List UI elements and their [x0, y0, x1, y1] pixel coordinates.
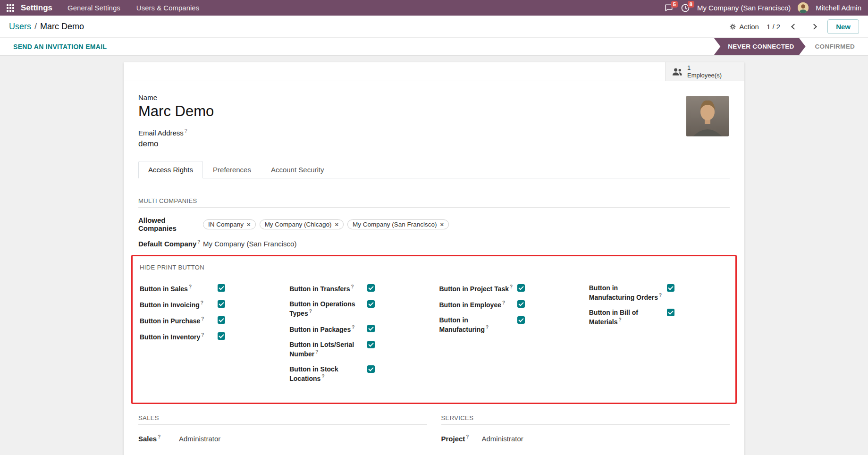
checkbox-button-in-sales[interactable]	[218, 284, 225, 292]
notebook-tabs: Access Rights Preferences Account Securi…	[138, 161, 730, 178]
checkbox-button-in-operations-types[interactable]	[367, 300, 375, 308]
activities-badge: 8	[688, 1, 694, 8]
company-tag[interactable]: IN Company ×	[203, 219, 256, 229]
email-field-block: Email Address? demo	[138, 128, 730, 149]
checkbox-row: Button in Invoicing?	[140, 300, 279, 309]
checkbox-label: Button in Invoicing?	[140, 300, 218, 309]
help-icon: ?	[659, 293, 662, 298]
checkbox-button-in-manufacturing-orders[interactable]	[667, 284, 674, 292]
menu-general-settings[interactable]: General Settings	[63, 4, 125, 12]
help-icon: ?	[351, 284, 354, 289]
checkbox-row: Button in Operations Types?	[289, 300, 429, 318]
default-company-value[interactable]: My Company (San Francisco)	[203, 240, 296, 248]
help-icon: ?	[466, 434, 469, 439]
tab-account-security[interactable]: Account Security	[261, 161, 334, 178]
tab-access-rights[interactable]: Access Rights	[138, 161, 203, 178]
form-sheet: 1 Employee(s)	[124, 62, 744, 455]
tag-label: My Company (Chicago)	[265, 221, 332, 228]
checkbox-label: Button in Sales?	[140, 284, 218, 293]
status-widget: NEVER CONNECTED CONFIRMED	[714, 38, 868, 55]
pager-previous-button[interactable]	[788, 20, 800, 33]
checkbox-button-in-employee[interactable]	[517, 300, 525, 308]
email-value[interactable]: demo	[138, 139, 730, 149]
checkbox-row: Button in Project Task?	[439, 284, 579, 293]
tag-remove-icon[interactable]: ×	[440, 221, 444, 228]
help-icon: ?	[315, 349, 318, 354]
checkbox-label: Button in Transfers?	[289, 284, 367, 293]
tag-remove-icon[interactable]: ×	[335, 221, 338, 228]
user-photo-image	[686, 96, 729, 136]
menu-users-companies[interactable]: Users & Companies	[132, 4, 204, 12]
topbar-left: Settings General Settings Users & Compan…	[7, 3, 204, 13]
chevron-right-icon	[811, 24, 817, 30]
new-button[interactable]: New	[827, 19, 859, 34]
name-field-block: Name Marc Demo	[138, 93, 730, 120]
user-photo[interactable]	[686, 96, 729, 136]
group-services: SERVICES Project? Administrator	[441, 414, 730, 449]
tab-preferences[interactable]: Preferences	[203, 161, 261, 178]
hide-print-col-4: Button in Manufacturing Orders? Button i…	[589, 284, 728, 389]
checkbox-row: Button in Bill of Materials?	[589, 308, 728, 326]
checkbox-button-in-project-task[interactable]	[517, 284, 525, 292]
send-invitation-email-button[interactable]: SEND AN INVITATION EMAIL	[13, 43, 107, 51]
group-sales: SALES Sales? Administrator	[138, 414, 427, 449]
avatar-image	[798, 2, 809, 13]
people-icon	[671, 67, 683, 77]
checkbox-button-in-purchase[interactable]	[218, 316, 225, 324]
checkbox-label: Button in Lots/Serial Number?	[289, 340, 367, 358]
pager-next-button[interactable]	[808, 20, 820, 33]
checkbox-row: Button in Lots/Serial Number?	[289, 340, 429, 358]
checkbox-row: Button in Manufacturing?	[439, 316, 579, 334]
help-icon: ?	[309, 309, 312, 314]
checkbox-button-in-bill-of-materials[interactable]	[667, 309, 674, 316]
user-avatar[interactable]	[798, 2, 809, 13]
status-never-connected[interactable]: NEVER CONNECTED	[714, 38, 805, 55]
checkbox-button-in-lots-serial-number[interactable]	[367, 341, 375, 348]
company-tag[interactable]: My Company (San Francisco) ×	[347, 219, 449, 229]
checkbox-label: Button in Stock Locations?	[289, 365, 367, 383]
user-name[interactable]: Mitchell Admin	[816, 4, 861, 12]
section-title-hide-print: HIDE PRINT BUTTON	[140, 264, 728, 274]
topbar-right: 5 8 My Company (San Francisco) Mitchell …	[664, 2, 861, 13]
checkbox-label: Button in Manufacturing Orders?	[589, 284, 667, 302]
checkbox-row: Button in Stock Locations?	[289, 365, 429, 383]
allowed-companies-label: Allowed Companies	[138, 216, 203, 232]
activities-button[interactable]: 8	[681, 3, 690, 13]
project-label: Project?	[441, 434, 482, 443]
checkbox-button-in-manufacturing[interactable]	[517, 316, 525, 324]
gear-icon	[729, 23, 736, 30]
project-value[interactable]: Administrator	[482, 435, 523, 443]
breadcrumb-users-link[interactable]: Users	[9, 22, 31, 32]
employees-stat-button[interactable]: 1 Employee(s)	[665, 62, 744, 81]
access-rights-pane: MULTI COMPANIES Allowed Companies IN Com…	[138, 178, 730, 455]
employees-count: 1	[687, 64, 691, 71]
control-panel: Users / Marc Demo Action 1 / 2 New	[0, 16, 868, 38]
sales-value[interactable]: Administrator	[179, 435, 220, 443]
help-icon: ?	[352, 325, 354, 330]
checkbox-row: Button in Purchase?	[140, 316, 279, 325]
tag-remove-icon[interactable]: ×	[247, 221, 251, 228]
help-icon: ?	[486, 325, 489, 330]
status-confirmed[interactable]: CONFIRMED	[806, 38, 868, 55]
checkbox-button-in-inventory[interactable]	[218, 332, 225, 340]
help-icon: ?	[201, 300, 203, 305]
help-icon: ?	[502, 300, 505, 305]
checkbox-button-in-stock-locations[interactable]	[367, 365, 375, 373]
company-tag[interactable]: My Company (Chicago) ×	[260, 219, 344, 229]
name-value[interactable]: Marc Demo	[138, 103, 730, 120]
employees-label: Employee(s)	[687, 72, 722, 79]
apps-grid-icon[interactable]	[7, 4, 14, 12]
checkbox-button-in-transfers[interactable]	[367, 284, 375, 292]
checkbox-label: Button in Manufacturing?	[439, 316, 517, 334]
company-switcher[interactable]: My Company (San Francisco)	[697, 4, 791, 12]
allowed-companies-row: Allowed Companies IN Company × My Compan…	[138, 216, 730, 232]
app-name[interactable]: Settings	[21, 3, 52, 13]
messages-button[interactable]: 5	[664, 3, 674, 12]
employees-stat-text: 1 Employee(s)	[687, 64, 722, 79]
checkbox-button-in-packages[interactable]	[367, 325, 375, 332]
checkbox-button-in-invoicing[interactable]	[218, 300, 225, 308]
hide-print-grid: Button in Sales? Button in Invoicing? Bu…	[140, 284, 728, 389]
help-icon: ?	[510, 284, 513, 289]
messages-badge: 5	[671, 1, 678, 8]
action-menu-button[interactable]: Action	[729, 23, 759, 31]
